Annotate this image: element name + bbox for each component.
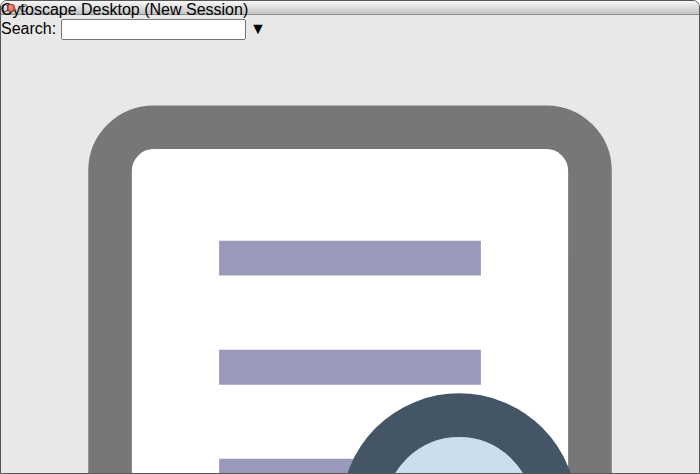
search-dropdown-icon[interactable]: ▼ (250, 20, 266, 37)
app-titlebar[interactable]: Cytoscape Desktop (New Session) (1, 1, 699, 15)
cytoscape-app-window: Cytoscape Desktop (New Session) Search: … (0, 0, 700, 474)
app-title: Cytoscape Desktop (New Session) (1, 1, 699, 19)
zoom-view-icon[interactable] (1, 4, 9, 12)
minimize-view-icon[interactable] (20, 4, 28, 12)
search-label: Search: (1, 20, 56, 37)
main-toolbar: Search: ▼ (1, 1, 699, 474)
search-input[interactable] (61, 19, 246, 40)
